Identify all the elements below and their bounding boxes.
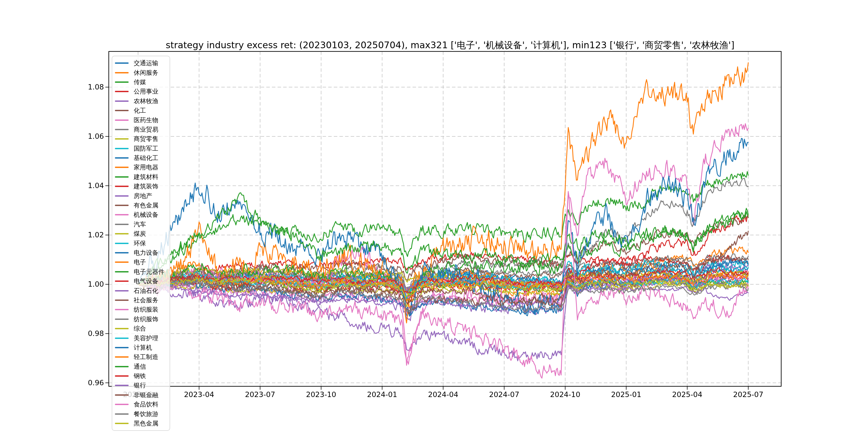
x-tick-label: 2023-10 xyxy=(297,391,345,399)
x-tick-label: 2024-07 xyxy=(480,391,528,399)
legend-swatch xyxy=(115,252,129,253)
y-tick-label: 1.08 xyxy=(74,83,104,91)
legend-label: 黑色金属 xyxy=(134,419,158,428)
legend-item: 建筑材料 xyxy=(112,172,169,182)
legend-label: 非银金融 xyxy=(134,391,158,399)
legend-swatch xyxy=(115,100,129,102)
legend-label: 休闲服务 xyxy=(134,69,158,77)
legend-label: 钢铁 xyxy=(134,372,146,380)
x-tick-label: 2025-07 xyxy=(724,391,772,399)
legend-item: 美容护理 xyxy=(112,333,169,343)
legend-label: 石油石化 xyxy=(134,287,158,295)
legend-item: 电气设备 xyxy=(112,277,169,286)
legend-swatch xyxy=(115,338,129,339)
legend-swatch xyxy=(115,366,129,367)
legend-swatch xyxy=(115,120,129,121)
legend-label: 国防军工 xyxy=(134,145,158,153)
x-tick-label: 2025-04 xyxy=(663,391,711,399)
legend-swatch xyxy=(115,82,129,83)
legend-item: 石油石化 xyxy=(112,286,169,295)
legend-label: 电气设备 xyxy=(134,277,158,285)
legend-item: 轻工制造 xyxy=(112,352,169,362)
legend-swatch xyxy=(115,375,129,377)
legend-item: 商业贸易 xyxy=(112,125,169,134)
legend-swatch xyxy=(115,205,129,206)
legend-item: 环保 xyxy=(112,239,169,248)
legend-item: 通信 xyxy=(112,362,169,371)
legend-label: 建筑装饰 xyxy=(134,182,158,190)
legend-item: 非银金融 xyxy=(112,390,169,400)
legend-item: 农林牧渔 xyxy=(112,96,169,106)
legend-item: 黑色金属 xyxy=(112,419,169,428)
legend-label: 纺织服装 xyxy=(134,305,158,314)
x-tick-label: 2024-01 xyxy=(358,391,406,399)
y-tick-label: 1.00 xyxy=(74,280,104,288)
legend-item: 机械设备 xyxy=(112,210,169,219)
legend-label: 电子 xyxy=(134,258,146,266)
legend-item: 电子 xyxy=(112,257,169,267)
legend-label: 化工 xyxy=(134,106,146,115)
legend-item: 商贸零售 xyxy=(112,134,169,144)
legend-swatch xyxy=(115,385,129,386)
legend-swatch xyxy=(115,318,129,320)
legend-swatch xyxy=(115,309,129,310)
legend-swatch xyxy=(115,413,129,415)
legend-label: 轻工制造 xyxy=(134,353,158,361)
figure: strategy industry excess ret: (20230103,… xyxy=(0,0,868,434)
legend-label: 公用事业 xyxy=(134,87,158,96)
y-tick-label: 1.06 xyxy=(74,132,104,141)
legend-swatch xyxy=(115,328,129,329)
y-tick-label: 1.02 xyxy=(74,231,104,239)
legend-label: 银行 xyxy=(134,381,146,390)
legend-item: 医药生物 xyxy=(112,115,169,125)
y-tick-label: 0.98 xyxy=(74,330,104,338)
legend-label: 商贸零售 xyxy=(134,135,158,143)
legend-label: 通信 xyxy=(134,363,146,371)
x-tick-label: 2025-01 xyxy=(602,391,650,399)
legend-item: 社会服务 xyxy=(112,296,169,305)
legend-swatch xyxy=(115,62,129,64)
legend-item: 家用电器 xyxy=(112,163,169,172)
legend-label: 环保 xyxy=(134,239,146,248)
legend-label: 房地产 xyxy=(134,192,152,200)
legend-swatch xyxy=(115,91,129,92)
legend-label: 电子元器件 xyxy=(134,268,164,276)
legend-swatch xyxy=(115,224,129,225)
legend-item: 公用事业 xyxy=(112,87,169,96)
legend-swatch xyxy=(115,423,129,424)
legend-item: 休闲服务 xyxy=(112,68,169,77)
x-tick-label: 2023-07 xyxy=(236,391,284,399)
legend-swatch xyxy=(115,195,129,197)
legend-label: 电力设备 xyxy=(134,249,158,257)
legend-item: 煤炭 xyxy=(112,229,169,239)
legend-label: 食品饮料 xyxy=(134,400,158,408)
legend-item: 传媒 xyxy=(112,78,169,87)
y-tick-label: 1.04 xyxy=(74,182,104,190)
legend-swatch xyxy=(115,157,129,159)
legend-label: 纺织服饰 xyxy=(134,315,158,323)
legend-swatch xyxy=(115,167,129,168)
legend-item: 餐饮旅游 xyxy=(112,409,169,418)
legend: 交通运输休闲服务传媒公用事业农林牧渔化工医药生物商业贸易商贸零售国防军工基础化工… xyxy=(112,56,170,431)
legend-label: 计算机 xyxy=(134,343,152,352)
legend-label: 美容护理 xyxy=(134,334,158,342)
legend-label: 综合 xyxy=(134,324,146,333)
legend-label: 有色金属 xyxy=(134,201,158,210)
legend-item: 计算机 xyxy=(112,343,169,352)
legend-item: 交通运输 xyxy=(112,58,169,68)
y-tick-label: 0.96 xyxy=(74,379,104,387)
legend-swatch xyxy=(115,271,129,273)
x-tick-label: 2024-04 xyxy=(419,391,467,399)
legend-swatch xyxy=(115,261,129,263)
legend-item: 食品饮料 xyxy=(112,400,169,409)
x-tick-label: 2024-10 xyxy=(541,391,589,399)
legend-label: 基础化工 xyxy=(134,154,158,162)
legend-label: 社会服务 xyxy=(134,296,158,304)
x-tick-label: 2023-04 xyxy=(175,391,223,399)
legend-item: 化工 xyxy=(112,106,169,115)
legend-label: 机械设备 xyxy=(134,211,158,219)
legend-item: 基础化工 xyxy=(112,153,169,163)
legend-label: 煤炭 xyxy=(134,229,146,238)
legend-swatch xyxy=(115,214,129,215)
legend-item: 汽车 xyxy=(112,220,169,229)
